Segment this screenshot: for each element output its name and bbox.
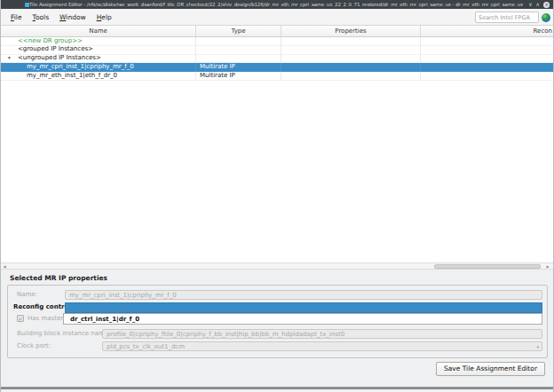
window-title: Tile Assignment Editor - /nfs/sc/disks/r… (29, 2, 523, 7)
row-name: my_mr_cpri_inst_1|cpriphy_mr_f_0 (27, 63, 134, 71)
row-type: Multirate IP (196, 63, 281, 72)
window-controls: ∨ ∧ ✕ (528, 2, 550, 8)
table-row[interactable]: <grouped IP Instances> (1, 46, 553, 55)
row-properties-cell (281, 46, 421, 55)
selected-mr-ip-properties-panel: Selected MR IP properties Name: my_mr_cp… (1, 270, 553, 392)
table-row-selected[interactable]: my_mr_cpri_inst_1|cpriphy_mr_f_0 Multira… (1, 63, 553, 72)
close-icon[interactable]: ✕ (543, 2, 550, 8)
name-field[interactable]: my_mr_cpri_inst_1|cpriphy_mr_f_0 (65, 290, 542, 300)
minimize-icon[interactable]: ∨ (528, 2, 532, 7)
horizontal-scrollbar[interactable]: ◀ ▶ (1, 263, 553, 270)
table-row[interactable]: <<new DR group>> (1, 37, 553, 46)
window-bottom-edge (1, 387, 553, 389)
clock-port-label: Clock port: (17, 341, 51, 351)
has-master-clock-checkbox[interactable]: ✓ (17, 315, 24, 322)
ip-instance-table: Name Type Properties Recon <<new DR grou… (1, 26, 553, 263)
row-recon-cell (421, 72, 553, 81)
table-header: Name Type Properties Recon (1, 26, 553, 37)
expander-icon[interactable]: ▾ (8, 55, 18, 63)
row-properties-cell (281, 72, 421, 81)
row-properties-cell (281, 37, 421, 46)
row-properties-cell (281, 55, 421, 64)
scrollbar-thumb[interactable] (434, 264, 541, 269)
column-header-type[interactable]: Type (196, 26, 281, 36)
save-tile-assignment-button[interactable]: Save Tile Assignment Editor (436, 362, 545, 376)
reconfig-controller-combobox[interactable] (65, 302, 542, 313)
menubar: File Tools Window Help (1, 9, 553, 26)
row-recon-cell (421, 46, 553, 55)
row-recon-cell (421, 55, 553, 64)
row-name: <ungrouped IP Instances> (18, 55, 101, 63)
row-type (196, 37, 281, 46)
app-window: Tile Assignment Editor - /nfs/sc/disks/r… (0, 0, 554, 392)
search-input[interactable] (475, 12, 539, 23)
row-type (196, 55, 281, 64)
menu-help[interactable]: Help (91, 12, 117, 23)
scroll-left-icon[interactable]: ◀ (1, 263, 8, 270)
column-header-properties[interactable]: Properties (281, 26, 421, 36)
building-block-field[interactable]: profile_0|cpriphy_ftile_0|cpriphy_f_bb_i… (102, 329, 542, 339)
row-properties-cell (281, 63, 421, 72)
row-name: <grouped IP Instances> (18, 46, 93, 54)
reconfig-controller-dropdown-option[interactable]: dr_ctrl_inst_1|dr_f_0 (63, 313, 542, 325)
titlebar: Tile Assignment Editor - /nfs/sc/disks/r… (1, 0, 553, 9)
row-name: my_mr_eth_inst_1|eth_f_dr_0 (27, 72, 117, 80)
clock-port-select[interactable]: pld_pcs_tx_clk_out1_dcm ▾ (102, 341, 542, 351)
maximize-icon[interactable]: ∧ (536, 2, 540, 7)
menu-file[interactable]: File (5, 12, 28, 23)
chevron-down-icon: ▾ (536, 342, 539, 351)
row-recon-cell (421, 37, 553, 46)
name-label: Name: (17, 290, 37, 300)
column-header-recon[interactable]: Recon (421, 26, 553, 36)
clock-port-value: pld_pcs_tx_clk_out1_dcm (107, 342, 185, 351)
menu-window[interactable]: Window (54, 12, 91, 23)
row-type (196, 46, 281, 55)
scroll-right-icon[interactable]: ▶ (544, 263, 551, 270)
panel-heading: Selected MR IP properties (10, 274, 107, 282)
row-name: <<new DR group>> (18, 37, 83, 45)
properties-groupbox: Name: my_mr_cpri_inst_1|cpriphy_mr_f_0 R… (7, 285, 548, 358)
intel-fpga-globe-icon (542, 13, 550, 22)
menu-tools[interactable]: Tools (28, 12, 54, 23)
table-row[interactable]: my_mr_eth_inst_1|eth_f_dr_0 Multirate IP (1, 72, 553, 81)
row-type: Multirate IP (196, 72, 281, 81)
column-header-name[interactable]: Name (1, 26, 196, 36)
building-block-label: Building block instance name: (17, 329, 111, 339)
table-row[interactable]: ▾<ungrouped IP Instances> (1, 55, 553, 64)
row-recon-cell (421, 63, 553, 72)
